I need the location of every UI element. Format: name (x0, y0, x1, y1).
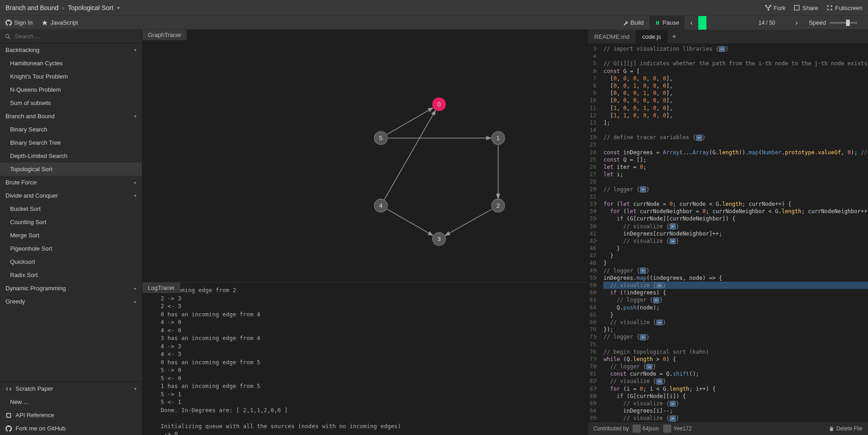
sidebar-item-dynamic-programming[interactable]: Dynamic Programming▸ (0, 282, 142, 295)
caret-icon: ▾ (134, 114, 136, 119)
sidebar-item-hamiltonean-cycles[interactable]: Hamiltonean Cycles (0, 57, 142, 70)
star-icon (42, 20, 48, 26)
delete-file-button[interactable]: Delete File (829, 425, 863, 432)
caret-icon: ▸ (134, 180, 136, 185)
sidebar-item-branch-and-bound[interactable]: Branch and Bound▾ (0, 110, 142, 123)
sidebar: Backtracking▾Hamiltonean CyclesKnight's … (0, 30, 142, 435)
code-icon (5, 386, 12, 392)
graph-panel[interactable]: GraphTracer 012345 (142, 30, 587, 282)
avatar (663, 425, 671, 433)
svg-text:2: 2 (497, 202, 500, 209)
caret-down-icon: ▾ (134, 386, 136, 391)
sidebar-item-topological-sort[interactable]: Topological Sort (0, 162, 142, 176)
caret-icon: ▸ (134, 299, 136, 304)
editor-tab-README-md[interactable]: README.md (588, 30, 636, 43)
sidebar-item-binary-search-tree[interactable]: Binary Search Tree (0, 136, 142, 149)
progress-fill (698, 16, 706, 30)
sidebar-item-n-queens-problem[interactable]: N-Queens Problem (0, 83, 142, 96)
sidebar-item-backtracking[interactable]: Backtracking▾ (0, 43, 142, 57)
fullscreen-icon (826, 5, 833, 11)
sidebar-item-greedy[interactable]: Greedy▸ (0, 295, 142, 308)
progress-bar[interactable] (698, 16, 744, 30)
log-content: incoming edge from 2 2 -> 3 2 <- 3 0 has… (142, 283, 587, 435)
book-icon (5, 412, 12, 419)
sidebar-item-pigeonhole-sort[interactable]: Pigeonhole Sort (0, 242, 142, 255)
sidebar-item-counting-sort[interactable]: Counting Sort (0, 215, 142, 229)
graph-edge (445, 209, 492, 236)
svg-rect-0 (795, 5, 800, 10)
progress-text-box: 14 / 50 (744, 16, 790, 30)
svg-text:4: 4 (379, 202, 383, 209)
editor-tabs: README.mdcode.js+ (588, 30, 868, 43)
progress-text: 14 / 50 (758, 20, 775, 26)
fork-github-button[interactable]: Fork me on GitHub (0, 422, 142, 435)
search-input[interactable] (15, 33, 137, 40)
breadcrumb-parent: Branch and Bound (5, 4, 58, 11)
editor-tab-code-js[interactable]: code.js (636, 30, 667, 43)
editor-gutter: 1▸456▸789101112131415▸23242526272829▸323… (588, 43, 600, 422)
code-editor[interactable]: 1▸456▸789101112131415▸23242526272829▸323… (588, 43, 868, 422)
pause-button[interactable]: Pause (649, 16, 685, 30)
language-button[interactable]: JavaScript (42, 19, 78, 26)
scratch-paper-button[interactable]: Scratch Paper ▾ (0, 382, 142, 395)
graph-edge (387, 108, 433, 135)
contributor-Yee172[interactable]: Yee172 (663, 425, 691, 433)
share-icon (794, 5, 800, 11)
sidebar-item-binary-search[interactable]: Binary Search (0, 123, 142, 136)
breadcrumb-child: Topological Sort (68, 4, 114, 11)
sidebar-item-merge-sort[interactable]: Merge Sort (0, 229, 142, 242)
speed-control[interactable]: Speed (803, 19, 863, 26)
chevron-right-icon: › (62, 4, 64, 11)
contributor-64json[interactable]: 64json (633, 425, 659, 433)
sidebar-item-divide-and-conquer[interactable]: Divide and Conquer▾ (0, 189, 142, 202)
log-panel-tab: LogTracer (142, 283, 180, 293)
avatar (633, 425, 641, 433)
github-icon (5, 20, 12, 26)
pause-icon (655, 20, 660, 26)
sidebar-item-bucket-sort[interactable]: Bucket Sort (0, 202, 142, 215)
speed-slider[interactable] (830, 22, 857, 24)
add-tab-button[interactable]: + (668, 32, 681, 41)
svg-text:0: 0 (437, 101, 440, 108)
build-button[interactable]: Build (617, 16, 649, 30)
sidebar-item-depth-limited-search[interactable]: Depth-Limited Search (0, 149, 142, 162)
sidebar-item-quicksort[interactable]: Quicksort (0, 255, 142, 268)
fork-icon (765, 5, 771, 11)
log-panel[interactable]: LogTracer incoming edge from 2 2 -> 3 2 … (142, 282, 587, 435)
svg-text:1: 1 (497, 135, 500, 142)
next-step-button[interactable]: › (790, 16, 803, 30)
fullscreen-button[interactable]: Fullscreen (826, 5, 863, 11)
contributed-label: Contributed by (593, 425, 629, 432)
sidebar-item-brute-force[interactable]: Brute Force▸ (0, 176, 142, 189)
sidebar-item-radix-sort[interactable]: Radix Sort (0, 268, 142, 282)
share-button[interactable]: Share (794, 5, 818, 11)
caret-icon: ▾ (134, 47, 136, 52)
signin-button[interactable]: Sign In (5, 19, 32, 26)
sidebar-item-knight-s-tour-problem[interactable]: Knight's Tour Problem (0, 70, 142, 83)
api-reference-button[interactable]: API Reference (0, 409, 142, 422)
caret-icon: ▸ (134, 286, 136, 291)
wrench-icon (623, 20, 628, 26)
new-scratch-button[interactable]: New ... (0, 395, 142, 409)
trash-icon (829, 426, 834, 431)
search-icon (5, 33, 11, 40)
graph-edge (387, 209, 433, 236)
github-icon (5, 425, 12, 432)
caret-down-icon[interactable]: ▾ (117, 4, 120, 11)
prev-step-button[interactable]: ‹ (685, 16, 698, 30)
editor-code[interactable]: // import visualization libraries {⋯}// … (600, 43, 868, 422)
svg-text:5: 5 (379, 135, 382, 142)
fork-button[interactable]: Fork (765, 5, 785, 11)
graph-panel-tab: GraphTracer (142, 30, 187, 40)
svg-text:3: 3 (437, 236, 440, 242)
sidebar-item-sum-of-subsets[interactable]: Sum of subsets (0, 96, 142, 110)
caret-icon: ▾ (134, 193, 136, 198)
graph-edge (384, 110, 435, 199)
breadcrumb[interactable]: Branch and Bound › Topological Sort ▾ (5, 4, 120, 11)
